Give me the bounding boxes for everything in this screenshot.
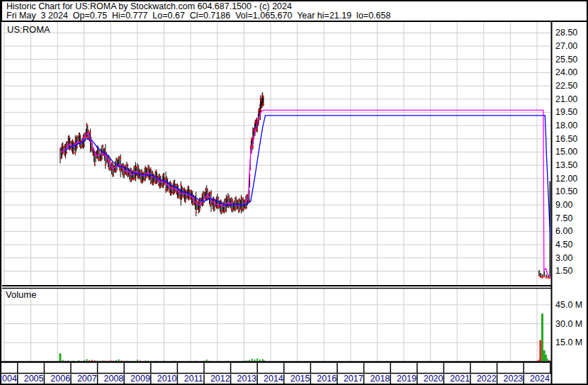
price-axis-tick: 22.50	[555, 81, 577, 91]
year-axis-label: 2016	[313, 374, 340, 384]
year-axis-label: 2022	[473, 374, 500, 384]
year-axis-label: 2019	[393, 374, 420, 384]
price-axis-tick: 28.50	[555, 28, 577, 38]
price-axis-tick: 1.50	[555, 266, 572, 276]
year-axis-label: 2017	[340, 374, 367, 384]
gridlines	[3, 22, 550, 361]
moving-average-slow	[66, 116, 552, 258]
chart-header: Historic Chart for US:ROMA by Stockwatch…	[0, 0, 588, 21]
year-axis-label: 2006	[47, 374, 74, 384]
year-axis-label: 2008	[101, 374, 128, 384]
year-axis-label: 2013	[234, 374, 261, 384]
volume-axis-tick: 30.0 M	[555, 319, 582, 329]
price-axis-tick: 27.00	[555, 41, 577, 51]
price-axis-tick: 9.00	[555, 200, 572, 210]
year-axis-label: 2014	[260, 374, 287, 384]
year-axis-label: 2007	[74, 374, 101, 384]
price-bars	[60, 92, 551, 279]
year-axis-label: 2004	[0, 374, 21, 384]
year-axis-label: 2005	[21, 374, 47, 384]
price-series-layer	[60, 92, 552, 279]
price-axis-tick: 19.50	[555, 107, 577, 117]
price-axis-tick: 21.00	[555, 94, 577, 104]
year-axis-label: 2018	[367, 374, 394, 384]
close-ticks	[60, 94, 552, 278]
year-axis-label: 2023	[500, 374, 527, 384]
year-axis-label: 2015	[287, 374, 314, 384]
symbol-label: US:ROMA	[7, 24, 50, 35]
price-axis-tick: 25.50	[555, 55, 577, 65]
volume-panel-label: Volume	[6, 289, 36, 300]
volume-axis-tick: 15.0 M	[555, 337, 582, 347]
volume-bars-layer	[59, 313, 551, 362]
year-axis-label: 2021	[446, 374, 473, 384]
volume-axis-tick: 45.0 M	[555, 300, 582, 310]
year-axis-label: 2010	[154, 374, 181, 384]
year-axis-label: 2024	[526, 374, 553, 384]
year-axis-label: 2011	[180, 374, 207, 384]
year-axis-label: 2012	[207, 374, 234, 384]
stockwatch-historic-chart-window: Historic Chart for US:ROMA by Stockwatch…	[0, 0, 588, 385]
price-axis-tick: 10.50	[555, 186, 577, 196]
quote-summary: Fri May 3 2024 Op=0.75 Hi=0.777 Lo=0.67 …	[6, 11, 587, 21]
price-axis-tick: 12.00	[555, 174, 577, 184]
price-axis-tick: 24.00	[555, 67, 577, 77]
chart-canvas	[0, 0, 588, 385]
price-axis-tick: 18.00	[555, 121, 577, 130]
year-axis-label: 2009	[127, 374, 154, 384]
price-axis-tick: 6.00	[555, 226, 572, 236]
price-axis-tick: 7.50	[555, 213, 572, 223]
price-axis-tick: 16.50	[555, 134, 577, 144]
panel-borders	[0, 1, 588, 384]
price-axis-tick: 13.50	[555, 160, 577, 170]
price-axis-tick: 3.00	[555, 253, 572, 263]
year-axis-label: 2020	[420, 374, 447, 384]
year-axis: 2004200520062007200820092010201120122013…	[0, 374, 588, 384]
price-axis-tick: 15.00	[555, 147, 577, 157]
moving-average-fast	[62, 110, 551, 277]
price-axis-tick: 4.50	[555, 240, 572, 250]
